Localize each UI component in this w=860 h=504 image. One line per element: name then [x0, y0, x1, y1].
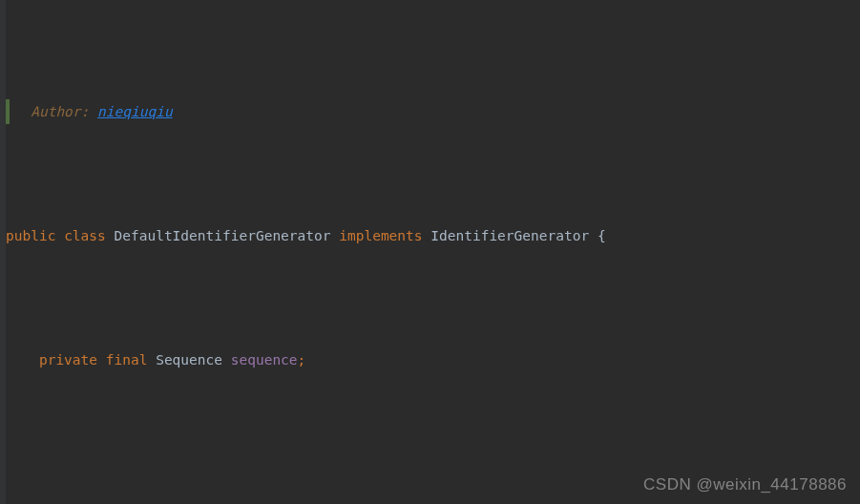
vcs-stripe — [6, 99, 10, 124]
javadoc-author: Author: nieqiuqiu — [31, 104, 172, 119]
keyword-final: final — [106, 352, 148, 368]
gutter — [0, 0, 6, 504]
type-sequence: Sequence — [156, 352, 222, 368]
code-line: private final Sequence sequence; — [6, 347, 860, 372]
keyword-public: public — [6, 228, 55, 243]
class-name: DefaultIdentifierGenerator — [115, 228, 331, 243]
keyword-class: class — [64, 228, 106, 243]
code-line: Author: nieqiuqiu — [6, 99, 860, 124]
field-sequence: sequence — [231, 352, 298, 368]
keyword-private: private — [39, 352, 97, 368]
doc-tag: Author: — [31, 104, 89, 119]
semicolon: ; — [298, 352, 306, 368]
brace-open: { — [598, 228, 606, 243]
code-line: public class DefaultIdentifierGenerator … — [6, 223, 860, 248]
code-editor[interactable]: Author: nieqiuqiu public class DefaultId… — [0, 0, 860, 504]
blank-line — [6, 447, 860, 472]
doc-link[interactable]: nieqiuqiu — [97, 104, 173, 119]
interface-name: IdentifierGenerator — [430, 228, 589, 243]
keyword-implements: implements — [339, 228, 422, 243]
